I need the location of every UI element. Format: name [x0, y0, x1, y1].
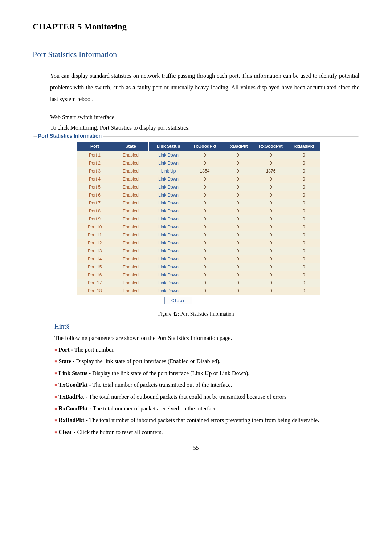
panel-legend: Port Statistics Information	[37, 133, 103, 139]
figure-caption: Figure 42: Port Statistics Information	[33, 311, 359, 317]
table-cell: Port 11	[77, 231, 113, 239]
table-cell: Port 15	[77, 263, 113, 271]
bullet-square-icon: ■	[54, 430, 57, 435]
table-cell: Port 9	[77, 215, 113, 223]
table-cell: 0	[254, 191, 287, 199]
port-stats-panel: Port Statistics Information Port State L…	[33, 136, 359, 308]
table-cell: 0	[254, 175, 287, 183]
hint-bullet: ■TxGoodPkt - The total number of packets…	[54, 380, 359, 390]
table-cell: 0	[287, 199, 320, 207]
table-cell: Port 12	[77, 239, 113, 247]
table-cell: 0	[287, 279, 320, 287]
table-cell: Enabled	[113, 175, 149, 183]
table-cell: 0	[287, 231, 320, 239]
sub-line-1: Web Smart switch interface	[50, 112, 359, 123]
table-cell: 0	[188, 287, 221, 295]
table-cell: 0	[254, 223, 287, 231]
bullet-desc: The total number of outbound packets tha…	[89, 394, 288, 400]
table-cell: 0	[188, 247, 221, 255]
table-cell: 0	[254, 199, 287, 207]
table-cell: Port 16	[77, 271, 113, 279]
table-cell: Link Down	[149, 231, 188, 239]
table-row: Port 16EnabledLink Down0000	[77, 271, 320, 279]
table-cell: 0	[221, 183, 254, 191]
table-cell: 0	[221, 175, 254, 183]
table-row: Port 3EnabledLink Up1854018760	[77, 167, 320, 175]
table-cell: Link Down	[149, 271, 188, 279]
table-cell: 0	[221, 159, 254, 167]
table-cell: 0	[221, 215, 254, 223]
bullet-square-icon: ■	[54, 394, 57, 400]
table-cell: Link Down	[149, 223, 188, 231]
table-cell: Link Down	[149, 191, 188, 199]
intro-paragraph: You can display standard statistics on n…	[50, 70, 359, 105]
port-stats-table: Port State Link Status TxGoodPkt TxBadPk…	[77, 142, 320, 295]
table-cell: Enabled	[113, 287, 149, 295]
table-row: Port 1EnabledLink Down0000	[77, 151, 320, 159]
table-cell: 1854	[188, 167, 221, 175]
table-cell: 0	[188, 263, 221, 271]
page-number: 55	[33, 445, 359, 451]
table-cell: Enabled	[113, 223, 149, 231]
table-cell: Link Down	[149, 255, 188, 263]
table-cell: 0	[221, 231, 254, 239]
table-cell: Enabled	[113, 271, 149, 279]
bullet-term: Link Status -	[58, 370, 92, 376]
table-row: Port 8EnabledLink Down0000	[77, 207, 320, 215]
table-cell: Port 8	[77, 207, 113, 215]
table-row: Port 15EnabledLink Down0000	[77, 263, 320, 271]
table-row: Port 9EnabledLink Down0000	[77, 215, 320, 223]
table-cell: Link Down	[149, 239, 188, 247]
th-txgood: TxGoodPkt	[188, 142, 221, 151]
table-cell: 0	[221, 207, 254, 215]
bullet-term: TxBadPkt -	[58, 394, 89, 400]
hint-bullet: ■RxGoodPkt - The total number of packets…	[54, 403, 359, 414]
table-cell: 0	[287, 223, 320, 231]
table-cell: Port 1	[77, 151, 113, 159]
clear-button[interactable]: Clear	[164, 297, 192, 304]
bullet-term: Clear -	[58, 429, 77, 435]
th-state: State	[113, 142, 149, 151]
table-cell: Port 14	[77, 255, 113, 263]
bullet-term: Port -	[58, 347, 74, 353]
table-cell: Link Down	[149, 175, 188, 183]
table-cell: Enabled	[113, 215, 149, 223]
hint-heading: Hint§	[54, 323, 359, 331]
bullet-term: RxBadPkt -	[58, 417, 89, 423]
table-cell: 0	[221, 191, 254, 199]
table-cell: Enabled	[113, 255, 149, 263]
table-cell: Enabled	[113, 279, 149, 287]
table-cell: Link Down	[149, 247, 188, 255]
table-row: Port 18EnabledLink Down0000	[77, 287, 320, 295]
table-cell: 0	[287, 263, 320, 271]
table-cell: 0	[254, 279, 287, 287]
hint-bullet: ■TxBadPkt - The total number of outbound…	[54, 392, 359, 402]
bullet-desc: Click the button to reset all counters.	[77, 429, 163, 435]
table-cell: 0	[254, 159, 287, 167]
table-cell: Link Down	[149, 183, 188, 191]
table-cell: 0	[254, 215, 287, 223]
bullet-term: TxGoodPkt -	[58, 382, 92, 388]
table-cell: 0	[221, 255, 254, 263]
table-cell: 0	[188, 207, 221, 215]
table-cell: 0	[221, 151, 254, 159]
table-row: Port 7EnabledLink Down0000	[77, 199, 320, 207]
bullet-square-icon: ■	[54, 418, 57, 423]
th-rxbad: RxBadPkt	[287, 142, 320, 151]
table-cell: Port 10	[77, 223, 113, 231]
table-cell: Link Down	[149, 279, 188, 287]
table-cell: 0	[254, 287, 287, 295]
table-cell: Enabled	[113, 239, 149, 247]
table-cell: 0	[188, 271, 221, 279]
table-header-row: Port State Link Status TxGoodPkt TxBadPk…	[77, 142, 320, 151]
th-txbad: TxBadPkt	[221, 142, 254, 151]
bullet-square-icon: ■	[54, 406, 57, 411]
table-cell: 0	[254, 151, 287, 159]
table-cell: 0	[188, 191, 221, 199]
th-link: Link Status	[149, 142, 188, 151]
table-cell: 0	[287, 183, 320, 191]
bullet-square-icon: ■	[54, 347, 57, 352]
chapter-title: CHAPTER 5 Monitoring	[33, 22, 359, 32]
table-cell: 0	[287, 239, 320, 247]
bullet-desc: Display the link state of the port inter…	[92, 370, 249, 376]
